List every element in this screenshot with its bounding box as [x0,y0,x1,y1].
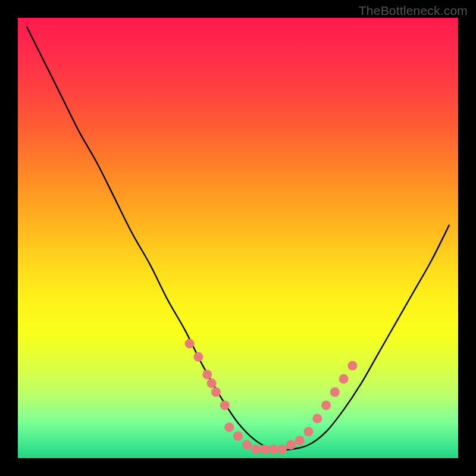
data-marker [277,444,287,454]
data-marker [330,387,340,397]
data-marker [268,444,278,454]
data-marker [251,444,261,454]
data-marker [259,444,269,454]
chart-stage: TheBottleneck.com [0,0,476,476]
data-marker [303,427,313,437]
plot-svg [18,18,458,458]
data-marker [185,339,195,349]
data-marker [242,440,252,450]
data-marker [339,374,349,384]
data-marker [224,422,234,432]
data-marker [207,378,217,388]
data-marker [202,369,212,379]
data-marker [211,387,221,397]
data-marker [193,352,203,362]
data-marker [321,400,331,410]
data-marker [233,431,243,441]
plot-area [18,18,458,458]
data-marker [286,440,296,450]
data-marker [312,414,322,423]
data-marker [347,361,357,371]
watermark: TheBottleneck.com [359,4,468,18]
data-marker [220,400,230,410]
curve-line [27,27,449,450]
data-marker [295,436,305,445]
